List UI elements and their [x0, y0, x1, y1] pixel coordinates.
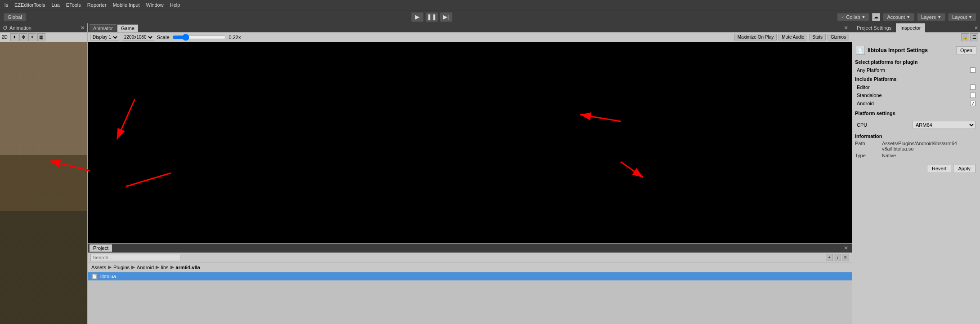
- resolution-select[interactable]: 2200x1080: [122, 34, 154, 41]
- game-area: Animator Game ✕ Display 1 2200x1080 Scal…: [88, 23, 852, 243]
- breadcrumb-android[interactable]: Android: [137, 265, 154, 270]
- info-row-path: Path Assets/Plugins/Android/libs/arm64-v…: [855, 141, 977, 151]
- display-select[interactable]: Display 1: [90, 34, 119, 41]
- layers-button[interactable]: Layers ▼: [917, 13, 945, 21]
- file-name-libtolua: libtolua: [100, 274, 116, 279]
- menu-item-lua[interactable]: Lua: [49, 1, 62, 9]
- cpu-select[interactable]: ARM64: [913, 121, 976, 129]
- scene-icon-1[interactable]: ✦: [10, 33, 18, 41]
- lock-icon[interactable]: 🔒: [961, 33, 969, 41]
- game-toolbar-right: Maximize On Play Mute Audio Stats Gizmos: [734, 34, 849, 40]
- collab-check-icon: ✓: [841, 14, 845, 19]
- save-icon[interactable]: ↓: [834, 254, 841, 261]
- breadcrumb-sep-2: ▶: [131, 264, 135, 270]
- breadcrumb-assets[interactable]: Assets: [91, 265, 106, 270]
- menu-item-reporter[interactable]: Reporter: [85, 1, 109, 9]
- breadcrumb-libs[interactable]: libs: [161, 265, 169, 270]
- any-platform-label: Any Platform: [857, 67, 885, 73]
- context-menu-icon[interactable]: ☰: [970, 33, 978, 41]
- account-dropdown-icon: ▼: [906, 15, 910, 19]
- platform-editor-checkbox[interactable]: [970, 84, 976, 90]
- platform-row-editor: Editor: [855, 84, 977, 91]
- game-panel-close[interactable]: ✕: [842, 25, 850, 31]
- information-title: Information: [855, 133, 977, 139]
- revert-button[interactable]: Revert: [927, 164, 951, 173]
- list-item-libtolua[interactable]: 📄 libtolua: [88, 272, 852, 280]
- pause-button[interactable]: ❚❚: [425, 12, 438, 22]
- tab-animator[interactable]: Animator: [89, 24, 116, 32]
- project-tab[interactable]: Project: [89, 244, 112, 252]
- platform-android-checkbox[interactable]: ✓: [970, 101, 976, 106]
- menu-item-etools[interactable]: ETools: [63, 1, 84, 9]
- right-panel: Project Settings Inspector ✕ 🔒 ☰ 📄 libto…: [852, 23, 980, 324]
- menu-item-mobile-input[interactable]: Mobile Input: [110, 1, 143, 9]
- game-black-right: [546, 42, 852, 243]
- right-panel-toolbar: 🔒 ☰: [852, 32, 980, 42]
- scale-value: 0.22x: [229, 35, 241, 40]
- menu-item-ezeditortools[interactable]: EZEditorTools: [12, 1, 48, 9]
- import-settings-icon: 📄: [856, 46, 865, 55]
- mute-audio-btn[interactable]: Mute Audio: [779, 34, 807, 40]
- path-label: Path: [855, 141, 877, 151]
- bottom-buttons: Revert Apply: [855, 162, 977, 175]
- gizmos-btn[interactable]: Gizmos: [828, 34, 849, 40]
- settings-divider: [855, 118, 977, 118]
- scene-icon-3[interactable]: ☀: [28, 33, 36, 41]
- game-view: [88, 42, 852, 243]
- animation-tab-label[interactable]: Animation: [9, 25, 31, 31]
- scene-icon-2[interactable]: ✤: [19, 33, 27, 41]
- scale-slider[interactable]: [172, 34, 226, 41]
- left-panel-close[interactable]: ✕: [81, 25, 85, 31]
- platform-settings-title: Platform settings: [855, 111, 977, 116]
- play-button[interactable]: ▶: [411, 12, 424, 22]
- assets-tab-bar: Project ✕: [88, 244, 852, 253]
- apply-button[interactable]: Apply: [953, 164, 976, 173]
- open-button[interactable]: Open: [956, 46, 976, 54]
- collab-dropdown-icon: ▼: [862, 15, 866, 19]
- animation-tab-bar: ⏱ Animation ✕: [0, 23, 87, 32]
- assets-search[interactable]: [90, 254, 180, 261]
- menu-item-help[interactable]: Help: [167, 1, 183, 9]
- account-button[interactable]: Account ▼: [883, 13, 914, 21]
- breadcrumb-sep-1: ▶: [108, 264, 112, 270]
- global-button[interactable]: Global: [4, 13, 26, 21]
- anim-icon: ⏱: [3, 25, 8, 31]
- layout-label: Layout: [952, 14, 967, 20]
- type-label: Type: [855, 153, 877, 158]
- 2d-toggle[interactable]: 2D: [2, 35, 8, 40]
- menu-item-ls[interactable]: ls: [2, 1, 11, 9]
- step-button[interactable]: ▶|: [440, 12, 452, 22]
- layout-button[interactable]: Layout ▼: [948, 13, 976, 21]
- collab-label: Collab: [846, 14, 860, 20]
- scene-icon-4[interactable]: ▦: [37, 33, 45, 41]
- panels-row: ⏱ Animation ✕ 2D ✦ ✤ ☀ ▦ Animator: [0, 23, 980, 324]
- maximize-on-play-btn[interactable]: Maximize On Play: [734, 34, 777, 40]
- menu-item-window[interactable]: Window: [143, 1, 166, 9]
- assets-panel-close[interactable]: ✕: [842, 245, 850, 251]
- inspector-panel-close[interactable]: ✕: [972, 25, 980, 31]
- breadcrumb-plugins[interactable]: Plugins: [113, 265, 130, 270]
- menu-bar: ls EZEditorTools Lua ETools Reporter Mob…: [0, 0, 980, 10]
- breadcrumb-sep-4: ▶: [170, 264, 174, 270]
- scene-background: [0, 42, 87, 324]
- platform-row-standalone: Standalone: [855, 92, 977, 99]
- inspector-header: 📄 libtolua Import Settings Open: [855, 45, 977, 56]
- create-icon[interactable]: +: [826, 254, 833, 261]
- tab-game[interactable]: Game: [117, 24, 138, 32]
- toolbar-left: Global: [4, 13, 26, 21]
- collab-button[interactable]: ✓ Collab ▼: [837, 13, 869, 21]
- tab-project-settings[interactable]: Project Settings: [852, 23, 896, 32]
- platform-standalone-checkbox[interactable]: [970, 93, 976, 98]
- cloud-button[interactable]: ☁: [872, 13, 880, 21]
- game-toolbar: Display 1 2200x1080 Scale 0.22x Maximize…: [88, 32, 852, 42]
- layers-label: Layers: [921, 14, 936, 20]
- any-platform-checkbox[interactable]: [970, 67, 976, 73]
- breadcrumb-arm64[interactable]: arm64-v8a: [176, 265, 200, 270]
- tab-inspector[interactable]: Inspector: [896, 23, 925, 32]
- center-col: Animator Game ✕ Display 1 2200x1080 Scal…: [88, 23, 852, 324]
- cpu-label: CPU: [857, 122, 867, 128]
- settings-icon[interactable]: ≡: [842, 254, 849, 261]
- game-black-center: [394, 42, 546, 243]
- breadcrumb-sep-3: ▶: [156, 264, 159, 270]
- stats-btn[interactable]: Stats: [809, 34, 826, 40]
